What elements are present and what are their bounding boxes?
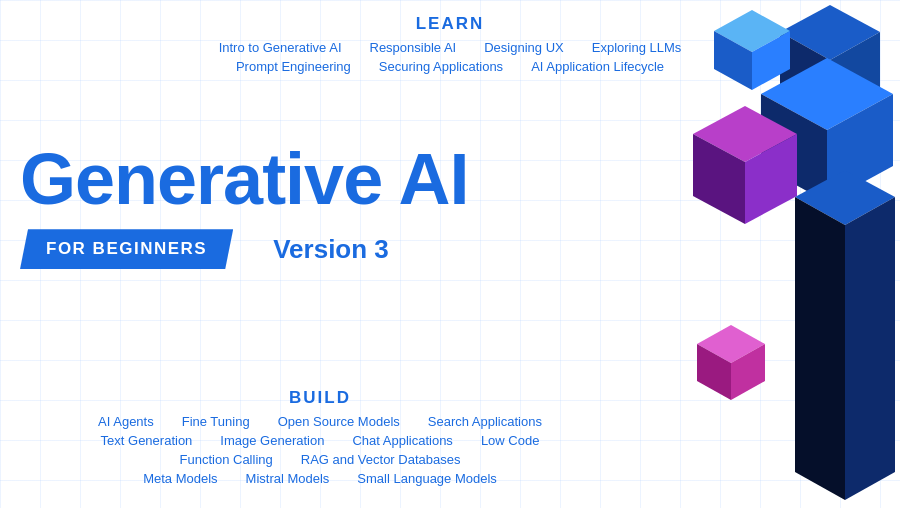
nav-search[interactable]: Search Applications [428, 414, 542, 429]
nav-mistral[interactable]: Mistral Models [246, 471, 330, 486]
nav-responsible[interactable]: Responsible AI [370, 40, 457, 55]
nav-slm[interactable]: Small Language Models [357, 471, 496, 486]
nav-prompt[interactable]: Prompt Engineering [236, 59, 351, 74]
cube-dark-right [790, 160, 900, 508]
build-row-3: Function Calling RAG and Vector Database… [0, 452, 640, 467]
svg-marker-13 [795, 197, 845, 500]
nav-securing[interactable]: Securing Applications [379, 59, 503, 74]
cube-purple [685, 100, 805, 230]
badge-version-row: FOR BEGINNERS Version 3 [20, 229, 600, 269]
for-beginners-badge: FOR BEGINNERS [20, 229, 233, 269]
nav-textgen[interactable]: Text Generation [101, 433, 193, 448]
build-row-2: Text Generation Image Generation Chat Ap… [0, 433, 640, 448]
build-row-1: AI Agents Fine Tuning Open Source Models… [0, 414, 640, 429]
main-content: LEARN Intro to Generative AI Responsible… [0, 0, 900, 508]
hero-title: Generative AI [20, 140, 600, 219]
nav-lowcode[interactable]: Low Code [481, 433, 540, 448]
svg-marker-14 [845, 197, 895, 500]
nav-chatapps[interactable]: Chat Applications [352, 433, 452, 448]
nav-finetuning[interactable]: Fine Tuning [182, 414, 250, 429]
nav-rag[interactable]: RAG and Vector Databases [301, 452, 461, 467]
nav-agents[interactable]: AI Agents [98, 414, 154, 429]
nav-functioncalling[interactable]: Function Calling [180, 452, 273, 467]
nav-meta[interactable]: Meta Models [143, 471, 217, 486]
nav-imagegen[interactable]: Image Generation [220, 433, 324, 448]
version-text: Version 3 [273, 234, 389, 265]
nav-intro[interactable]: Intro to Generative AI [219, 40, 342, 55]
nav-ux[interactable]: Designing UX [484, 40, 564, 55]
hero-area: Generative AI FOR BEGINNERS Version 3 [20, 140, 600, 269]
build-section: BUILD AI Agents Fine Tuning Open Source … [0, 388, 640, 498]
cube-lightblue-topright [710, 5, 795, 95]
build-row-4: Meta Models Mistral Models Small Languag… [0, 471, 640, 486]
cubes-decoration [640, 0, 900, 508]
cube-pink-small [692, 320, 770, 405]
build-title: BUILD [0, 388, 640, 408]
nav-opensource[interactable]: Open Source Models [278, 414, 400, 429]
